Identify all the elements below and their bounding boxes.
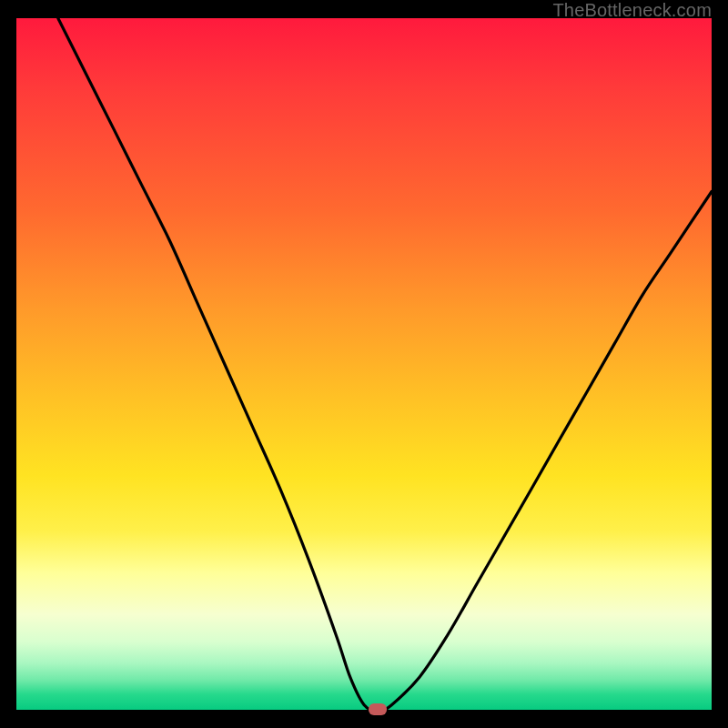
plot-area: [16, 18, 712, 712]
bottleneck-curve: [16, 18, 712, 712]
chart-frame: TheBottleneck.com: [0, 0, 728, 728]
min-marker: [369, 703, 387, 715]
watermark-text: TheBottleneck.com: [552, 0, 712, 21]
